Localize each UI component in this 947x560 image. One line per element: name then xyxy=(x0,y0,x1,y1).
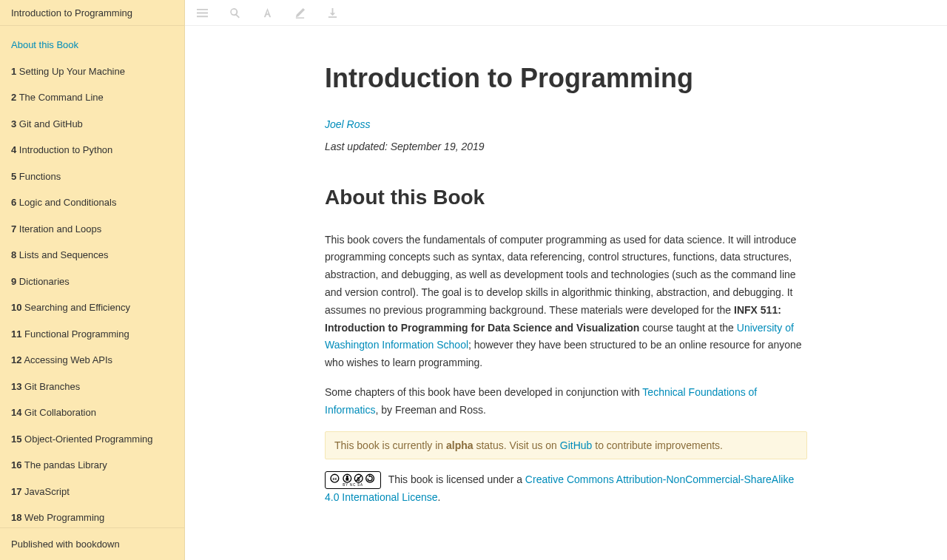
svg-point-4 xyxy=(346,476,348,478)
nav-item-0[interactable]: About this Book xyxy=(0,32,184,58)
nav-item-label: Object-Oriented Programming xyxy=(24,434,152,445)
nav-item-label: Web Programming xyxy=(24,512,104,523)
nav-item-label: Logic and Conditionals xyxy=(19,197,117,208)
nav-item-num: 2 xyxy=(11,92,16,103)
nav-item-num: 13 xyxy=(11,381,21,392)
nav-item-num: 16 xyxy=(11,459,21,470)
nav-item-label: Git and GitHub xyxy=(19,118,83,129)
nav-item-18[interactable]: 18 Web Programming xyxy=(0,505,184,527)
svg-rect-5 xyxy=(346,478,348,481)
nav-item-num: 18 xyxy=(11,512,21,523)
nav-item-9[interactable]: 9 Dictionaries xyxy=(0,269,184,295)
callout-b: status. Visit us on xyxy=(474,439,560,451)
nav-item-num: 10 xyxy=(11,302,21,313)
nav-item-label: Functions xyxy=(19,171,61,182)
nav-item-16[interactable]: 16 The pandas Library xyxy=(0,452,184,479)
nav-item-label: Setting Up Your Machine xyxy=(19,66,125,77)
sidebar-title: Introduction to Programming xyxy=(0,0,184,26)
nav-item-label: Accessing Web APIs xyxy=(24,354,112,365)
nav-item-num: 5 xyxy=(11,171,16,182)
nav-item-label: The pandas Library xyxy=(24,459,107,470)
nav-item-num: 1 xyxy=(11,66,16,77)
paragraph-1: This book covers the fundamentals of com… xyxy=(325,232,807,372)
nav-item-num: 3 xyxy=(11,118,16,129)
sidebar: Introduction to Programming About this B… xyxy=(0,0,185,560)
main: Introduction to Programming Joel Ross La… xyxy=(185,0,947,560)
nav-item-num: 11 xyxy=(11,328,21,340)
p2-text-a: Some chapters of this book have been dev… xyxy=(325,386,642,398)
nav-item-num: 8 xyxy=(11,249,16,260)
svg-text:cc: cc xyxy=(332,476,337,481)
nav-item-1[interactable]: 1 Setting Up Your Machine xyxy=(0,58,184,85)
nav-item-label: About this Book xyxy=(11,39,78,50)
license-b: . xyxy=(438,491,441,503)
content-area: Introduction to Programming Joel Ross La… xyxy=(185,26,947,560)
paragraph-2: Some chapters of this book have been dev… xyxy=(325,384,807,419)
nav-item-12[interactable]: 12 Accessing Web APIs xyxy=(0,347,184,374)
font-icon[interactable] xyxy=(261,7,273,18)
p2-text-b: , by Freeman and Ross. xyxy=(375,404,485,416)
edit-icon[interactable] xyxy=(294,7,306,18)
nav-item-label: Introduction to Python xyxy=(19,144,112,155)
callout: This book is currently in alpha status. … xyxy=(325,431,807,459)
p1-text-b: course taught at the xyxy=(639,322,737,334)
nav-item-8[interactable]: 8 Lists and Sequences xyxy=(0,242,184,269)
menu-icon[interactable] xyxy=(196,7,208,18)
nav-item-label: JavaScript xyxy=(24,486,70,497)
page: Introduction to Programming Joel Ross La… xyxy=(325,63,807,507)
nav-item-label: Searching and Efficiency xyxy=(24,302,130,313)
nav-item-5[interactable]: 5 Functions xyxy=(0,163,184,190)
nav-item-3[interactable]: 3 Git and GitHub xyxy=(0,111,184,138)
nav-item-11[interactable]: 11 Functional Programming xyxy=(0,321,184,348)
toolbar xyxy=(185,0,947,26)
nav-item-label: Iteration and Loops xyxy=(19,223,101,235)
nav-item-num: 4 xyxy=(11,144,16,155)
license: cc $ BY NC SA This book is licensed unde xyxy=(325,471,807,507)
nav-item-label: Functional Programming xyxy=(24,328,129,340)
nav-item-10[interactable]: 10 Searching and Efficiency xyxy=(0,294,184,321)
nav-item-label: Lists and Sequences xyxy=(19,249,109,260)
nav-item-num: 17 xyxy=(11,486,21,497)
sidebar-nav: About this Book1 Setting Up Your Machine… xyxy=(0,26,184,527)
search-icon[interactable] xyxy=(229,7,240,18)
cc-license-badge[interactable]: cc $ BY NC SA xyxy=(325,471,381,489)
page-title: Introduction to Programming xyxy=(325,63,807,94)
nav-item-label: Git Branches xyxy=(24,381,80,392)
nav-item-15[interactable]: 15 Object-Oriented Programming xyxy=(0,426,184,453)
nav-item-num: 12 xyxy=(11,354,21,365)
nav-item-4[interactable]: 4 Introduction to Python xyxy=(0,137,184,163)
nav-item-num: 6 xyxy=(11,197,16,208)
nav-item-label: Git Collaboration xyxy=(24,407,96,418)
sidebar-footer[interactable]: Published with bookdown xyxy=(0,527,184,560)
callout-c: to contribute improvements. xyxy=(592,439,723,451)
nav-item-6[interactable]: 6 Logic and Conditionals xyxy=(0,189,184,216)
nav-item-17[interactable]: 17 JavaScript xyxy=(0,479,184,505)
nav-item-label: The Command Line xyxy=(19,92,104,103)
nav-item-num: 7 xyxy=(11,223,16,235)
author-link[interactable]: Joel Ross xyxy=(325,118,370,130)
nav-item-num: 14 xyxy=(11,407,21,418)
nav-item-14[interactable]: 14 Git Collaboration xyxy=(0,399,184,426)
nav-item-num: 9 xyxy=(11,276,16,287)
p1-text-a: This book covers the fundamentals of com… xyxy=(325,234,796,316)
nav-item-13[interactable]: 13 Git Branches xyxy=(0,374,184,400)
license-a: This book is licensed under a xyxy=(388,473,525,485)
nav-item-num: 15 xyxy=(11,434,21,445)
date: Last updated: September 19, 2019 xyxy=(325,138,807,156)
nav-item-label: Dictionaries xyxy=(19,276,70,287)
svg-text:BY   NC   SA: BY NC SA xyxy=(343,483,363,487)
author: Joel Ross xyxy=(325,116,807,134)
nav-item-2[interactable]: 2 The Command Line xyxy=(0,84,184,111)
download-icon[interactable] xyxy=(326,7,338,18)
section-title: About this Book xyxy=(325,186,807,209)
github-link[interactable]: GitHub xyxy=(560,439,593,451)
callout-a: This book is currently in xyxy=(334,439,446,451)
callout-bold: alpha xyxy=(446,439,474,451)
nav-item-7[interactable]: 7 Iteration and Loops xyxy=(0,216,184,243)
